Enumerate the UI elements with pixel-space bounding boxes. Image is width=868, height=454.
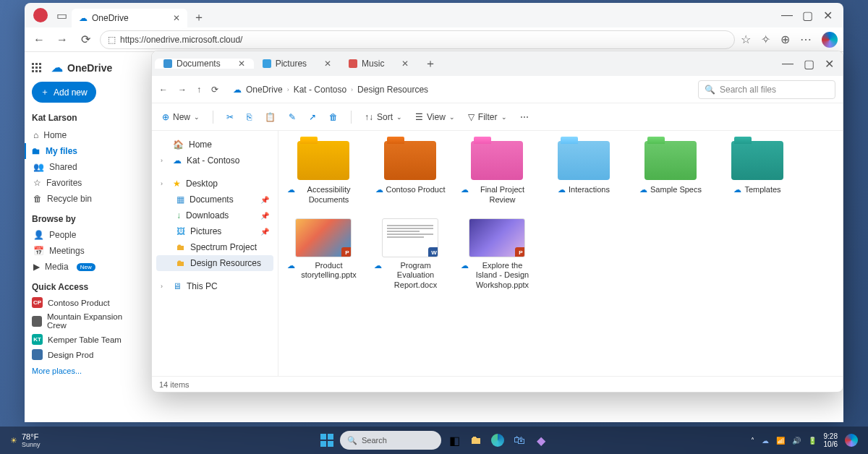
store-icon[interactable]: 🛍	[511, 432, 528, 449]
explorer-icon[interactable]: 🖿	[467, 432, 485, 449]
explorer-tab[interactable]: Music✕	[340, 59, 417, 69]
more-icon[interactable]: ⋯	[800, 33, 812, 46]
close-icon[interactable]: ✕	[324, 59, 331, 69]
nav-shared[interactable]: 👥Shared	[32, 159, 137, 175]
chevron-right-icon[interactable]: ›	[161, 180, 168, 187]
back-icon[interactable]: ←	[159, 85, 168, 95]
address-bar[interactable]: ⬚ https://onedrive.microsoft.cloud/	[100, 30, 735, 49]
start-icon[interactable]	[318, 432, 336, 449]
new-tab-button[interactable]: ＋	[417, 56, 443, 72]
nav-favorites[interactable]: ☆Favorites	[32, 175, 137, 191]
pin-icon[interactable]: 📌	[260, 212, 269, 220]
close-icon[interactable]: ✕	[822, 9, 833, 22]
delete-icon[interactable]: 🗑	[329, 112, 338, 122]
close-icon[interactable]: ✕	[401, 59, 409, 69]
paste-icon[interactable]: 📋	[265, 112, 276, 122]
onedrive-tray-icon[interactable]: ☁	[762, 437, 769, 445]
clock[interactable]: 9:28 10/6	[824, 432, 838, 448]
more-places-link[interactable]: More places...	[32, 367, 137, 375]
chevron-right-icon[interactable]: ›	[161, 283, 168, 290]
add-new-button[interactable]: ＋ Add new	[32, 82, 96, 103]
pin-icon[interactable]: 📌	[260, 228, 269, 236]
maximize-icon[interactable]: ▢	[804, 57, 814, 71]
minimize-icon[interactable]: —	[782, 57, 793, 71]
folder-item[interactable]: ☁Contoso Product	[374, 141, 446, 205]
explorer-tab[interactable]: Pictures✕	[254, 59, 340, 69]
nav-recyclebin[interactable]: 🗑Recycle bin	[32, 191, 137, 207]
workspace-icon[interactable]: ▭	[56, 9, 67, 22]
folder-item[interactable]: ☁Accessibility Documents	[287, 141, 359, 205]
copy-icon[interactable]: ⎘	[247, 112, 252, 122]
breadcrumb[interactable]: ☁ OneDrive › Kat - Contoso › Design Reso…	[233, 85, 428, 95]
more-icon[interactable]: ⋯	[520, 112, 529, 122]
close-icon[interactable]: ✕	[825, 57, 834, 71]
side-spectrum[interactable]: 🖿Spectrum Project	[156, 239, 273, 255]
wifi-icon[interactable]: 📶	[776, 437, 785, 445]
cut-icon[interactable]: ✂	[226, 112, 234, 122]
minimize-icon[interactable]: —	[781, 9, 793, 22]
side-documents[interactable]: ▦Documents📌	[156, 192, 273, 207]
taskbar-search[interactable]: 🔍Search	[340, 431, 441, 450]
battery-icon[interactable]: 🔋	[808, 437, 817, 445]
search-input[interactable]: 🔍 Search all files	[698, 80, 835, 99]
folder-item[interactable]: ☁Interactions	[548, 141, 620, 205]
favorites-bar-icon[interactable]: ✧	[761, 33, 770, 46]
task-view-icon[interactable]: ◧	[446, 432, 463, 449]
folder-item[interactable]: ☁Sample Specs	[634, 141, 707, 205]
edge-icon[interactable]	[489, 432, 506, 449]
folder-item[interactable]: ☁Templates	[721, 141, 793, 205]
quick-access-item[interactable]: KTKemper Table Team	[32, 332, 137, 347]
up-icon[interactable]: ↑	[197, 85, 201, 95]
side-pictures[interactable]: 🖼Pictures📌	[156, 223, 273, 239]
weather-widget[interactable]: ☀ 78°F Sunny	[0, 432, 41, 448]
browse-media[interactable]: ▶MediaNew	[32, 259, 137, 275]
site-info-icon[interactable]: ⬚	[108, 35, 116, 45]
pin-icon[interactable]: 📌	[260, 196, 269, 204]
profile-avatar-icon[interactable]	[33, 8, 48, 22]
nav-home[interactable]: ⌂Home	[32, 127, 137, 143]
back-icon[interactable]: ←	[30, 31, 48, 48]
side-design-resources[interactable]: 🖿Design Resources	[156, 255, 273, 271]
quick-access-item[interactable]: Mountain Expansion Crew	[32, 310, 137, 332]
collections-icon[interactable]: ⊕	[780, 33, 790, 46]
close-icon[interactable]: ✕	[238, 59, 245, 69]
browser-tab-onedrive[interactable]: ☁ OneDrive ✕	[72, 9, 187, 27]
view-button[interactable]: ☰View⌄	[415, 112, 455, 122]
volume-icon[interactable]: 🔊	[792, 437, 801, 445]
filter-button[interactable]: ▽Filter⌄	[468, 112, 507, 122]
app-launcher-icon[interactable]	[32, 63, 41, 72]
rename-icon[interactable]: ✎	[289, 112, 296, 122]
search-icon: 🔍	[347, 436, 357, 445]
new-tab-button[interactable]: ＋	[189, 7, 209, 27]
forward-icon[interactable]: →	[54, 31, 71, 48]
quick-access-item[interactable]: Design Prod	[32, 347, 137, 362]
chevron-right-icon[interactable]: ›	[161, 157, 168, 164]
quick-access-item[interactable]: CPContoso Product	[32, 295, 137, 310]
browse-meetings[interactable]: 📅Meetings	[32, 243, 137, 259]
refresh-icon[interactable]: ⟳	[77, 31, 94, 48]
maximize-icon[interactable]: ▢	[801, 9, 813, 22]
tray-chevron-icon[interactable]: ˄	[751, 437, 754, 445]
copilot-icon[interactable]	[845, 434, 858, 447]
close-icon[interactable]: ✕	[173, 13, 180, 23]
side-home[interactable]: 🏠Home	[156, 137, 273, 153]
file-item[interactable]: W☁Program Evaluation Report.docx	[374, 218, 446, 291]
file-item[interactable]: P☁Explore the Island - Design Workshop.p…	[461, 218, 533, 291]
new-button[interactable]: ⊕New⌄	[162, 112, 200, 122]
file-item[interactable]: P☁Product storytelling.pptx	[287, 218, 359, 291]
share-icon[interactable]: ↗	[309, 112, 316, 122]
browse-people[interactable]: 👤People	[32, 227, 137, 243]
folder-item[interactable]: ☁Final Project Review	[461, 141, 533, 205]
side-desktop[interactable]: ›★Desktop	[156, 176, 273, 192]
side-downloads[interactable]: ↓Downloads📌	[156, 207, 273, 223]
sort-button[interactable]: ↑↓Sort⌄	[365, 112, 402, 122]
refresh-icon[interactable]: ⟳	[211, 85, 218, 95]
side-kat-contoso[interactable]: ›☁Kat - Contoso	[156, 153, 273, 168]
side-thispc[interactable]: ›🖥This PC	[156, 278, 273, 294]
forward-icon[interactable]: →	[178, 85, 187, 95]
nav-myfiles[interactable]: 🖿My files	[25, 143, 137, 159]
copilot-icon[interactable]	[822, 32, 838, 48]
app-icon[interactable]: ◆	[532, 432, 550, 449]
favorite-icon[interactable]: ☆	[741, 33, 751, 46]
explorer-tab[interactable]: Documents✕	[155, 59, 254, 69]
